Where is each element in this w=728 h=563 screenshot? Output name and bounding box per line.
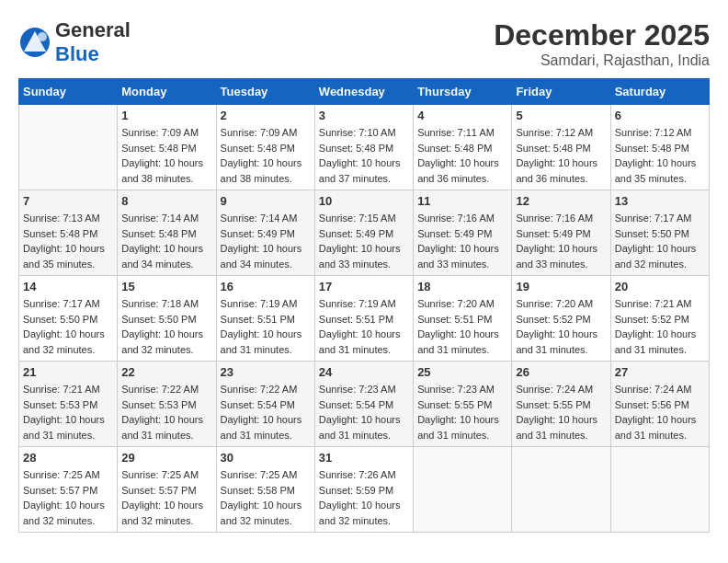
calendar-cell: 22Sunrise: 7:22 AMSunset: 5:53 PMDayligh…: [118, 362, 216, 447]
calendar-table: SundayMondayTuesdayWednesdayThursdayFrid…: [18, 78, 710, 533]
day-info: Sunrise: 7:23 AMSunset: 5:55 PMDaylight:…: [417, 382, 507, 442]
daylight-text: Daylight: 10 hours and 32 minutes.: [221, 498, 311, 528]
day-info: Sunrise: 7:19 AMSunset: 5:51 PMDaylight:…: [319, 296, 409, 357]
day-number: 15: [121, 280, 211, 293]
day-info: Sunrise: 7:16 AMSunset: 5:49 PMDaylight:…: [417, 211, 507, 271]
header-thursday: Thursday: [414, 79, 512, 105]
sunset-text: Sunset: 5:51 PM: [417, 312, 507, 327]
sunrise-text: Sunrise: 7:23 AM: [417, 382, 507, 397]
sunrise-text: Sunrise: 7:22 AM: [121, 382, 211, 397]
sunrise-text: Sunrise: 7:12 AM: [516, 125, 606, 141]
daylight-text: Daylight: 10 hours and 35 minutes.: [23, 241, 113, 271]
day-number: 22: [121, 365, 211, 379]
week-row-5: 28Sunrise: 7:25 AMSunset: 5:57 PMDayligh…: [19, 447, 710, 533]
sunrise-text: Sunrise: 7:16 AM: [516, 211, 606, 226]
day-number: 18: [417, 280, 507, 293]
calendar-cell: 9Sunrise: 7:14 AMSunset: 5:49 PMDaylight…: [216, 190, 314, 276]
calendar-cell: 18Sunrise: 7:20 AMSunset: 5:51 PMDayligh…: [414, 276, 512, 362]
calendar-cell: 3Sunrise: 7:10 AMSunset: 5:48 PMDaylight…: [314, 105, 413, 190]
sunrise-text: Sunrise: 7:18 AM: [121, 296, 211, 312]
sunset-text: Sunset: 5:57 PM: [121, 483, 211, 499]
day-number: 27: [615, 365, 705, 379]
calendar-cell: [610, 447, 709, 533]
daylight-text: Daylight: 10 hours and 33 minutes.: [319, 241, 409, 271]
sunset-text: Sunset: 5:55 PM: [417, 397, 507, 413]
daylight-text: Daylight: 10 hours and 31 minutes.: [23, 412, 113, 442]
calendar-header-row: SundayMondayTuesdayWednesdayThursdayFrid…: [19, 79, 710, 105]
sunset-text: Sunset: 5:50 PM: [615, 226, 705, 242]
day-info: Sunrise: 7:17 AMSunset: 5:50 PMDaylight:…: [23, 296, 113, 357]
sunrise-text: Sunrise: 7:12 AM: [615, 125, 705, 141]
day-info: Sunrise: 7:25 AMSunset: 5:57 PMDaylight:…: [23, 467, 113, 528]
day-info: Sunrise: 7:13 AMSunset: 5:48 PMDaylight:…: [23, 211, 113, 271]
header-wednesday: Wednesday: [314, 79, 413, 105]
calendar-cell: 8Sunrise: 7:14 AMSunset: 5:48 PMDaylight…: [118, 190, 216, 276]
day-number: 12: [516, 194, 606, 208]
sunrise-text: Sunrise: 7:13 AM: [23, 211, 113, 226]
day-number: 9: [221, 194, 311, 208]
daylight-text: Daylight: 10 hours and 33 minutes.: [417, 241, 507, 271]
sunset-text: Sunset: 5:49 PM: [417, 226, 507, 242]
day-number: 31: [319, 451, 409, 465]
day-number: 10: [319, 194, 409, 208]
daylight-text: Daylight: 10 hours and 38 minutes.: [121, 155, 211, 186]
calendar-cell: 19Sunrise: 7:20 AMSunset: 5:52 PMDayligh…: [512, 276, 610, 362]
sunset-text: Sunset: 5:59 PM: [319, 483, 409, 499]
daylight-text: Daylight: 10 hours and 32 minutes.: [121, 498, 211, 528]
sunset-text: Sunset: 5:48 PM: [516, 141, 606, 156]
sunrise-text: Sunrise: 7:21 AM: [615, 296, 705, 312]
calendar-cell: 31Sunrise: 7:26 AMSunset: 5:59 PMDayligh…: [314, 447, 413, 533]
day-info: Sunrise: 7:09 AMSunset: 5:48 PMDaylight:…: [221, 125, 311, 186]
calendar-cell: 28Sunrise: 7:25 AMSunset: 5:57 PMDayligh…: [19, 447, 118, 533]
day-info: Sunrise: 7:22 AMSunset: 5:53 PMDaylight:…: [121, 382, 211, 442]
week-row-4: 21Sunrise: 7:21 AMSunset: 5:53 PMDayligh…: [19, 362, 710, 447]
daylight-text: Daylight: 10 hours and 31 minutes.: [615, 327, 705, 357]
sunset-text: Sunset: 5:50 PM: [23, 312, 113, 327]
calendar-cell: 2Sunrise: 7:09 AMSunset: 5:48 PMDaylight…: [216, 105, 314, 190]
day-info: Sunrise: 7:20 AMSunset: 5:51 PMDaylight:…: [417, 296, 507, 357]
calendar-cell: 27Sunrise: 7:24 AMSunset: 5:56 PMDayligh…: [610, 362, 709, 447]
sunset-text: Sunset: 5:51 PM: [319, 312, 409, 327]
day-info: Sunrise: 7:10 AMSunset: 5:48 PMDaylight:…: [319, 125, 409, 186]
sunrise-text: Sunrise: 7:21 AM: [23, 382, 113, 397]
calendar-cell: 16Sunrise: 7:19 AMSunset: 5:51 PMDayligh…: [216, 276, 314, 362]
sunrise-text: Sunrise: 7:24 AM: [615, 382, 705, 397]
sunset-text: Sunset: 5:51 PM: [221, 312, 311, 327]
sunset-text: Sunset: 5:52 PM: [615, 312, 705, 327]
svg-point-2: [38, 32, 47, 41]
sunrise-text: Sunrise: 7:24 AM: [516, 382, 606, 397]
day-number: 20: [615, 280, 705, 293]
day-info: Sunrise: 7:09 AMSunset: 5:48 PMDaylight:…: [121, 125, 211, 186]
day-number: 3: [319, 109, 409, 122]
header-monday: Monday: [118, 79, 216, 105]
sunset-text: Sunset: 5:49 PM: [319, 226, 409, 242]
day-number: 13: [615, 194, 705, 208]
sunset-text: Sunset: 5:54 PM: [319, 397, 409, 413]
daylight-text: Daylight: 10 hours and 36 minutes.: [516, 155, 606, 186]
calendar-cell: 23Sunrise: 7:22 AMSunset: 5:54 PMDayligh…: [216, 362, 314, 447]
day-number: 8: [121, 194, 211, 208]
calendar-cell: 6Sunrise: 7:12 AMSunset: 5:48 PMDaylight…: [610, 105, 709, 190]
daylight-text: Daylight: 10 hours and 32 minutes.: [121, 327, 211, 357]
calendar-cell: 7Sunrise: 7:13 AMSunset: 5:48 PMDaylight…: [19, 190, 118, 276]
day-number: 23: [221, 365, 311, 379]
day-info: Sunrise: 7:20 AMSunset: 5:52 PMDaylight:…: [516, 296, 606, 357]
daylight-text: Daylight: 10 hours and 34 minutes.: [121, 241, 211, 271]
daylight-text: Daylight: 10 hours and 31 minutes.: [417, 327, 507, 357]
sunrise-text: Sunrise: 7:23 AM: [319, 382, 409, 397]
sunset-text: Sunset: 5:53 PM: [23, 397, 113, 413]
day-info: Sunrise: 7:24 AMSunset: 5:56 PMDaylight:…: [615, 382, 705, 442]
daylight-text: Daylight: 10 hours and 38 minutes.: [221, 155, 311, 186]
day-info: Sunrise: 7:12 AMSunset: 5:48 PMDaylight:…: [516, 125, 606, 186]
daylight-text: Daylight: 10 hours and 35 minutes.: [615, 155, 705, 186]
sunrise-text: Sunrise: 7:20 AM: [516, 296, 606, 312]
header-saturday: Saturday: [610, 79, 709, 105]
sunrise-text: Sunrise: 7:09 AM: [221, 125, 311, 141]
sunset-text: Sunset: 5:48 PM: [615, 141, 705, 156]
sunset-text: Sunset: 5:53 PM: [121, 397, 211, 413]
sunrise-text: Sunrise: 7:11 AM: [417, 125, 507, 141]
logo-text: General Blue: [55, 18, 131, 66]
page-header: General Blue December 2025 Samdari, Raja…: [18, 18, 710, 69]
day-number: 16: [221, 280, 311, 293]
day-info: Sunrise: 7:14 AMSunset: 5:49 PMDaylight:…: [221, 211, 311, 271]
